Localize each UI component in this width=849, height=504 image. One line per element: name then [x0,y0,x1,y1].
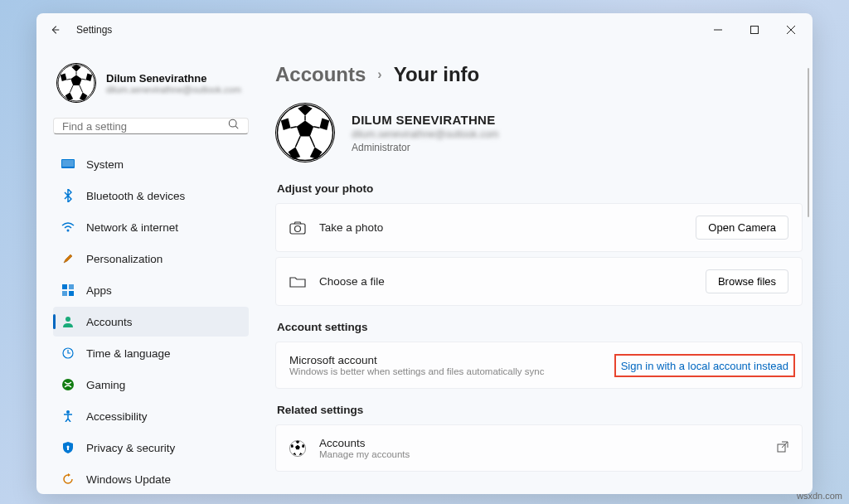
section-heading-related: Related settings [277,404,803,416]
accessibility-icon [61,410,75,423]
nav-label: Windows Update [86,473,171,486]
sidebar-item-privacy[interactable]: Privacy & security [53,433,249,463]
system-icon [61,158,75,171]
svg-rect-19 [62,160,74,167]
open-camera-button[interactable]: Open Camera [696,216,788,240]
breadcrumb-current: Your info [394,63,480,86]
xbox-icon [61,378,75,391]
sidebar-item-apps[interactable]: Apps [53,275,249,305]
external-link-icon [777,441,788,456]
hero-email: dilum.senevirathne@outlook.com [352,128,499,140]
main-content: Accounts › Your info [259,46,813,494]
arrow-left-icon [49,24,61,36]
sidebar-item-gaming[interactable]: Gaming [53,370,249,400]
close-button[interactable] [773,17,809,43]
search-input[interactable] [62,120,228,133]
svg-point-20 [67,230,70,232]
soccer-ball-icon [276,104,334,162]
svg-point-28 [66,410,70,414]
scrollbar[interactable] [808,68,809,217]
close-icon [787,26,795,34]
nav-label: Personalization [86,253,163,265]
hero-profile: DILUM SENEVIRATHNE dilum.senevirathne@ou… [275,103,803,162]
svg-point-16 [229,119,236,127]
nav-list: System Bluetooth & devices Network & int… [53,149,249,494]
soccer-ball-icon [57,64,95,102]
nav-label: Accounts [86,316,133,328]
window-controls [700,17,809,43]
paintbrush-icon [61,252,75,265]
svg-rect-22 [69,284,74,289]
clock-globe-icon [61,346,75,360]
sidebar-item-time[interactable]: Time & language [53,338,249,368]
sidebar-item-personalization[interactable]: Personalization [53,244,249,274]
choose-file-label: Choose a file [319,275,692,288]
svg-point-44 [295,225,301,231]
choose-file-card: Choose a file Browse files [275,257,803,306]
svg-rect-30 [67,448,69,450]
sidebar-item-network[interactable]: Network & internet [53,212,249,242]
sidebar-item-accessibility[interactable]: Accessibility [53,401,249,431]
update-icon [61,472,75,486]
nav-label: Bluetooth & devices [86,190,185,202]
ms-account-title: Microsoft account [289,354,601,366]
camera-icon [289,221,306,235]
section-heading-account: Account settings [277,321,803,333]
body: Dilum Senevirathne dilum.senevirathne@ou… [36,46,813,494]
person-icon [61,315,75,328]
search-box[interactable] [53,118,249,134]
profile-name: Dilum Senevirathne [106,72,241,85]
breadcrumb: Accounts › Your info [275,63,803,86]
profile-text: Dilum Senevirathne dilum.senevirathne@ou… [106,72,241,94]
related-acc-sub: Manage my accounts [319,449,764,459]
maximize-button[interactable] [736,17,773,43]
sidebar-item-system[interactable]: System [53,149,249,179]
nav-label: Gaming [86,379,125,391]
svg-rect-1 [751,27,759,34]
hero-name: DILUM SENEVIRATHNE [352,113,499,127]
minimize-icon [714,26,722,34]
microsoft-account-card: Microsoft account Windows is better when… [275,342,803,389]
wifi-icon [61,220,75,234]
nav-label: Network & internet [86,221,178,234]
highlight-annotation: Sign in with a local account instead [614,354,795,377]
profile-email: dilum.senevirathne@outlook.com [106,85,241,94]
svg-rect-24 [69,291,74,296]
chevron-right-icon: › [377,67,381,82]
related-accounts-card[interactable]: Accounts Manage my accounts [275,424,803,472]
profile-block[interactable]: Dilum Senevirathne dilum.senevirathne@ou… [53,53,249,118]
take-photo-label: Take a photo [319,221,682,234]
hero-role: Administrator [352,142,499,153]
nav-label: Time & language [86,347,171,360]
apps-icon [61,284,75,297]
breadcrumb-parent[interactable]: Accounts [275,63,366,86]
watermark: wsxdn.com [797,491,842,501]
minimize-button[interactable] [700,17,736,43]
search-icon [228,119,240,133]
local-account-link[interactable]: Sign in with a local account instead [621,360,788,372]
browse-files-button[interactable]: Browse files [706,269,788,293]
hero-avatar [275,103,335,162]
svg-rect-23 [62,291,67,296]
back-button[interactable] [40,15,70,45]
settings-window: Settings [36,13,813,494]
nav-label: Privacy & security [86,442,175,454]
nav-label: System [86,158,124,171]
svg-rect-21 [62,284,67,289]
related-text: Accounts Manage my accounts [319,437,764,459]
svg-point-27 [62,379,74,390]
ms-account-text: Microsoft account Windows is better when… [289,354,601,376]
svg-line-17 [235,126,238,128]
sidebar-item-update[interactable]: Windows Update [53,464,249,494]
sidebar-item-accounts[interactable]: Accounts [53,307,249,337]
bluetooth-icon [61,189,75,202]
hero-text: DILUM SENEVIRATHNE dilum.senevirathne@ou… [352,113,499,153]
sidebar-item-bluetooth[interactable]: Bluetooth & devices [53,181,249,211]
section-heading-photo: Adjust your photo [277,182,803,195]
maximize-icon [750,26,759,34]
soccer-ball-icon-small [289,439,306,458]
related-acc-title: Accounts [319,437,764,449]
window-title: Settings [76,24,112,36]
titlebar: Settings [36,13,813,46]
shield-icon [61,441,75,454]
